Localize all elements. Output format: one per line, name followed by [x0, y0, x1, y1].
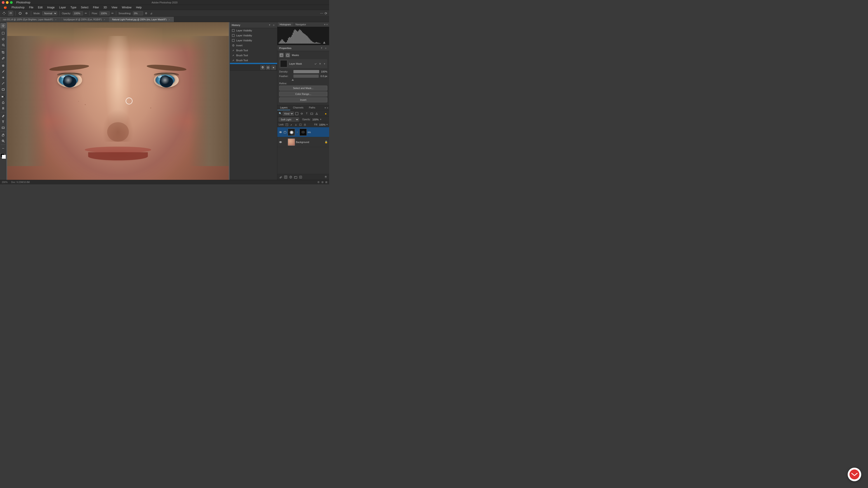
menu-window[interactable]: Window: [120, 5, 133, 9]
select-and-mask-btn[interactable]: Select and Mask...: [279, 86, 327, 91]
density-slider[interactable]: [293, 70, 319, 73]
layer-bg-visibility[interactable]: [279, 140, 282, 144]
menu-3d[interactable]: 3D: [102, 5, 109, 9]
tool-eraser[interactable]: [0, 87, 6, 92]
menu-edit[interactable]: Edit: [36, 5, 44, 9]
canvas-image[interactable]: [7, 22, 229, 180]
filter-pixel-icon[interactable]: [295, 111, 299, 116]
tool-clone[interactable]: [0, 75, 6, 80]
tool-lasso[interactable]: [0, 36, 6, 42]
menu-view[interactable]: View: [110, 5, 119, 9]
layers-tab[interactable]: Layers: [277, 105, 290, 110]
tool-marquee[interactable]: [0, 31, 6, 36]
feather-slider[interactable]: [293, 74, 319, 78]
close-button[interactable]: [2, 1, 4, 4]
tab-2-close[interactable]: ×: [168, 18, 170, 21]
tool-blur[interactable]: [0, 100, 6, 105]
layer-item-background[interactable]: Background 🔒: [277, 137, 329, 147]
tool-dodge[interactable]: [0, 106, 6, 111]
history-item-3[interactable]: Invert: [230, 43, 277, 48]
rotate-view-icon[interactable]: ⟳: [324, 11, 327, 15]
invert-btn[interactable]: Invert: [279, 97, 327, 102]
menu-help[interactable]: Help: [134, 5, 144, 9]
navigator-tab[interactable]: Navigator: [293, 22, 308, 27]
tool-crop[interactable]: [0, 50, 6, 55]
background-color[interactable]: [2, 155, 6, 159]
brush-preset-icon[interactable]: [18, 11, 22, 15]
fill-value[interactable]: 100%: [319, 123, 326, 126]
tool-pen[interactable]: [0, 113, 6, 119]
layer-delete-btn[interactable]: [324, 175, 328, 179]
history-item-5[interactable]: Brush Tool: [230, 53, 277, 58]
lock-artboard-btn[interactable]: [299, 123, 302, 127]
history-snapshot-btn[interactable]: [260, 65, 265, 70]
menu-image[interactable]: Image: [45, 5, 56, 9]
tool-gradient[interactable]: [0, 94, 6, 99]
layer-group-btn[interactable]: [293, 175, 298, 179]
histogram-tab[interactable]: Histogram: [277, 22, 293, 27]
history-delete-btn[interactable]: [271, 65, 276, 70]
tool-history-brush[interactable]: [0, 80, 6, 86]
menu-file[interactable]: File: [27, 5, 35, 9]
enable-pressure-icon[interactable]: ⋯: [320, 11, 323, 15]
tab-0[interactable]: nat-001.tif @ 100% (Eye Brighten, Layer …: [0, 17, 60, 22]
opacity-value-layers[interactable]: 100%: [312, 118, 319, 121]
channels-tab[interactable]: Channels: [290, 105, 306, 110]
history-item-6[interactable]: Brush Tool: [230, 58, 277, 63]
history-item-4[interactable]: Brush Tool: [230, 48, 277, 53]
mask-apply-icon[interactable]: [314, 62, 317, 66]
properties-panel-header[interactable]: Properties ▾ ≡: [277, 45, 329, 51]
layers-panel-menu-icon[interactable]: ≡: [327, 106, 328, 109]
filter-smart-icon[interactable]: [315, 111, 319, 116]
layer-iris-thumbnail[interactable]: [288, 129, 295, 136]
history-item-2[interactable]: Layer Visibility: [230, 38, 277, 43]
tool-quick-select[interactable]: [0, 42, 6, 48]
history-panel-collapse[interactable]: ▾: [268, 24, 271, 27]
history-panel-menu[interactable]: ≡: [272, 24, 275, 27]
blend-mode-dropdown[interactable]: Soft Light: [279, 118, 299, 122]
layer-iris-visibility[interactable]: [279, 130, 282, 134]
pixel-mask-icon[interactable]: [279, 53, 284, 57]
filter-shape-icon[interactable]: [310, 111, 314, 116]
tool-eyedropper[interactable]: [0, 56, 6, 61]
layer-bg-thumbnail[interactable]: [288, 138, 295, 146]
lock-position-btn[interactable]: [294, 123, 298, 127]
properties-menu-icon[interactable]: ≡: [324, 46, 327, 50]
minimize-button[interactable]: [6, 1, 8, 4]
layer-item-iris[interactable]: iris: [277, 127, 329, 137]
tool-zoom[interactable]: [0, 138, 6, 144]
menu-select[interactable]: Select: [79, 5, 90, 9]
tab-1[interactable]: lucy&jasper.tif @ 200% (Eye, RGB/8*) ×: [61, 17, 109, 22]
blend-mode-select[interactable]: Normal: [42, 11, 57, 15]
lock-image-btn[interactable]: [289, 123, 293, 127]
filter-toggle-icon[interactable]: ●: [324, 111, 328, 116]
flow-input[interactable]: [99, 11, 110, 15]
tool-move[interactable]: [0, 23, 6, 29]
mask-thumbnail-preview[interactable]: [280, 60, 287, 67]
tab-1-close[interactable]: ×: [103, 18, 106, 21]
fill-chevron-icon[interactable]: ▾: [327, 123, 328, 126]
menu-photoshop[interactable]: Photoshop: [10, 5, 26, 9]
properties-collapse-icon[interactable]: ▾: [320, 46, 323, 50]
tool-extras[interactable]: [0, 146, 6, 151]
foreground-background-colors[interactable]: [0, 153, 6, 159]
brush-angle-icon[interactable]: ⊿: [150, 12, 152, 15]
tool-hand[interactable]: [0, 132, 6, 138]
tool-brush[interactable]: [0, 69, 6, 74]
history-newdoc-btn[interactable]: [266, 65, 270, 70]
vector-mask-icon[interactable]: [285, 53, 290, 57]
menu-apple[interactable]: 🍎: [2, 5, 9, 9]
paths-tab[interactable]: Paths: [306, 105, 318, 110]
opacity-pen-icon[interactable]: ✏: [85, 12, 87, 15]
layer-new-btn[interactable]: [299, 175, 303, 179]
color-range-btn[interactable]: Color Range...: [279, 92, 327, 96]
brush-size-display[interactable]: 20: [8, 11, 13, 16]
layer-mask-btn[interactable]: [284, 175, 288, 179]
histogram-collapse-icon[interactable]: ▾: [324, 23, 326, 26]
layer-adjustment-btn[interactable]: [289, 175, 293, 179]
opacity-chevron-icon[interactable]: ▾: [320, 118, 321, 121]
lock-all-btn[interactable]: [303, 123, 307, 127]
tool-healing[interactable]: [0, 63, 6, 68]
mask-delete-icon[interactable]: [318, 62, 322, 66]
layer-fx-btn[interactable]: [279, 175, 283, 179]
